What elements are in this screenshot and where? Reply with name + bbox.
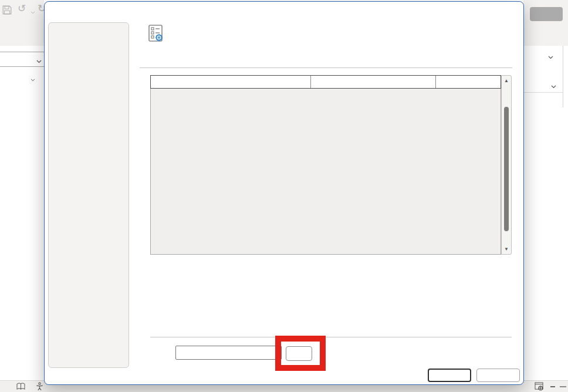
select-chevron-icon[interactable]: [551, 82, 556, 90]
web-layout-view-icon[interactable]: [535, 382, 544, 392]
undo-dropdown-icon[interactable]: [31, 8, 35, 16]
column-header-type[interactable]: [436, 76, 502, 88]
column-header-location[interactable]: [311, 76, 436, 88]
ok-button[interactable]: [428, 369, 471, 382]
addins-list: ▲ ▼: [150, 75, 512, 255]
list-scrollbar[interactable]: ▲ ▼: [501, 75, 512, 255]
zoom-out-button[interactable]: [550, 386, 555, 387]
word-options-dialog: ▲ ▼: [44, 1, 524, 385]
save-icon[interactable]: [2, 5, 12, 17]
word-window-right-edge: [523, 0, 568, 392]
scroll-thumb[interactable]: [504, 107, 509, 231]
find-chevron-icon[interactable]: [548, 53, 553, 61]
redo-icon[interactable]: ↻: [38, 4, 44, 14]
column-header-name[interactable]: [151, 76, 311, 88]
list-header: [150, 75, 501, 89]
undo-icon[interactable]: ↺: [18, 4, 26, 14]
word-window-left-edge: ↺ ↻: [0, 0, 44, 392]
proofing-book-icon[interactable]: [16, 383, 25, 392]
addins-page-icon: [147, 24, 165, 46]
group-divider: [524, 92, 563, 93]
editing-ribbon-group: [523, 46, 563, 107]
accessibility-icon[interactable]: [35, 382, 44, 392]
scroll-up-icon[interactable]: ▲: [502, 78, 511, 83]
list-body: [150, 89, 501, 255]
zoom-slider[interactable]: [560, 386, 566, 387]
options-sidebar: [48, 22, 129, 368]
divider: [150, 337, 512, 337]
manage-combobox[interactable]: [175, 346, 282, 360]
divider: [140, 67, 512, 68]
scroll-down-icon[interactable]: ▼: [502, 246, 511, 252]
font-combo-chevron-icon[interactable]: [36, 57, 42, 65]
sign-in-button[interactable]: [530, 7, 563, 21]
cancel-button[interactable]: [476, 369, 520, 382]
annotation-highlight-go-button: [275, 336, 326, 371]
underline-dropdown-icon[interactable]: [31, 75, 35, 83]
